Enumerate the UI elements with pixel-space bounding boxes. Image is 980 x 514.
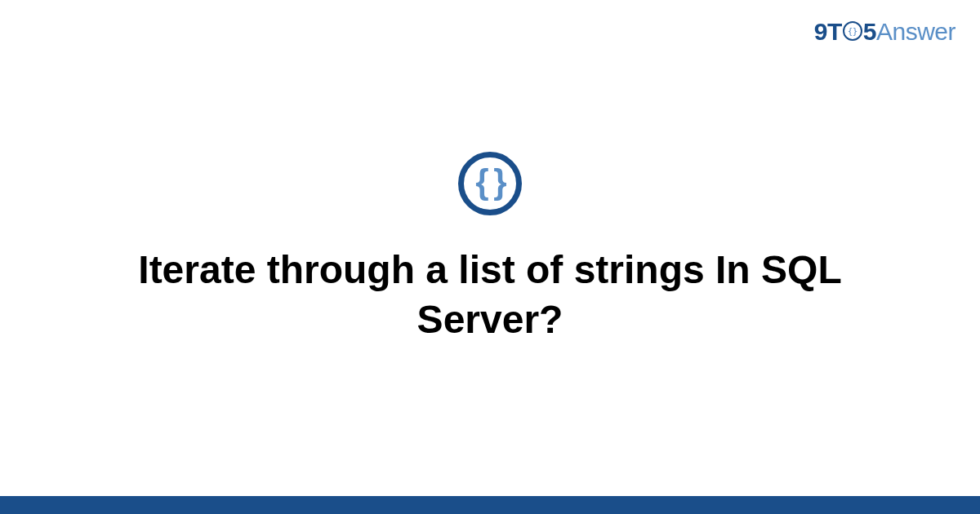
code-braces-icon: { } <box>475 165 504 199</box>
main-content: { } Iterate through a list of strings In… <box>0 0 980 496</box>
question-title: Iterate through a list of strings In SQL… <box>90 245 890 345</box>
footer-bar <box>0 496 980 514</box>
topic-icon-circle: { } <box>458 152 522 215</box>
